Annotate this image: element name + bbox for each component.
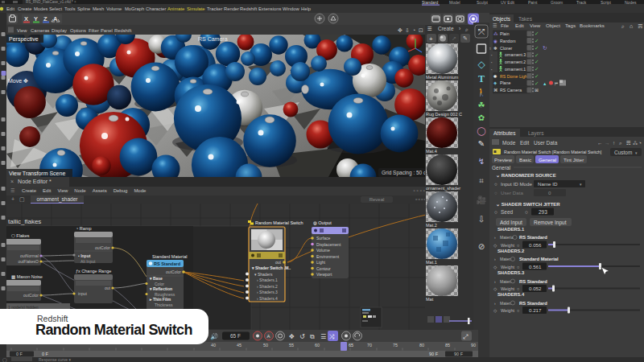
svg-text:ƒx Change Range: ƒx Change Range — [76, 269, 111, 274]
svg-text:Animate: Animate — [167, 6, 184, 11]
svg-text:90 F: 90 F — [454, 352, 464, 356]
svg-text:Mat.2: Mat.2 — [426, 223, 437, 228]
svg-text:☰: ☰ — [493, 23, 497, 28]
svg-text:✓: ✓ — [535, 80, 539, 86]
svg-text:45: 45 — [237, 343, 242, 348]
svg-text:Tools: Tools — [64, 6, 76, 11]
svg-text:Attributes: Attributes — [493, 130, 516, 136]
svg-text:▪: ▪ — [491, 60, 493, 64]
svg-text:65: 65 — [349, 343, 353, 348]
svg-text:› Shaders.4: › Shaders.4 — [257, 296, 278, 301]
svg-text:90: 90 — [471, 343, 476, 348]
svg-text:Edit: Edit — [520, 140, 529, 146]
svg-text:RS Camera: RS Camera — [500, 88, 522, 93]
svg-text:Bookmarks: Bookmarks — [580, 23, 605, 28]
svg-text:Input ID Mode: Input ID Mode — [501, 181, 532, 187]
svg-text:Displacement: Displacement — [316, 242, 341, 247]
svg-text:▾ Base: ▾ Base — [149, 276, 163, 281]
svg-text:◇: ◇ — [493, 265, 497, 269]
svg-text:Groom: Groom — [551, 0, 563, 5]
svg-text:Random: Random — [500, 39, 516, 43]
svg-text:☰: ☰ — [320, 333, 326, 340]
svg-text:+: + — [429, 35, 433, 43]
svg-text:○: ○ — [517, 243, 519, 248]
svg-text:◔ Ramp: ◔ Ramp — [76, 226, 92, 231]
svg-text:◍ Output: ◍ Output — [313, 220, 332, 225]
svg-text:Mat.1: Mat.1 — [426, 260, 437, 265]
svg-text:✿: ✿ — [478, 113, 485, 122]
svg-text:outColor: outColor — [95, 245, 110, 250]
svg-text:✓: ✓ — [535, 38, 539, 43]
svg-text:Help: Help — [301, 6, 311, 11]
svg-text:◇: ◇ — [493, 243, 497, 248]
svg-text:Create: Create — [438, 26, 454, 31]
svg-text:0: 0 — [548, 190, 551, 195]
svg-text:☴: ☴ — [638, 23, 642, 29]
svg-text:0.056: 0.056 — [529, 242, 542, 248]
svg-text:90 F: 90 F — [429, 352, 439, 356]
svg-text:▪: ▪ — [491, 68, 493, 72]
svg-text:70: 70 — [367, 343, 372, 348]
svg-text:✎: ✎ — [463, 35, 468, 41]
svg-text:›: › — [494, 257, 496, 261]
svg-text:Perspective: Perspective — [9, 36, 39, 43]
svg-text:Custom: Custom — [614, 150, 632, 155]
svg-text:outColor: outColor — [166, 269, 181, 274]
svg-text:Render: Render — [224, 6, 239, 11]
svg-text:55: 55 — [289, 343, 294, 348]
svg-text:↗: ↗ — [452, 35, 456, 41]
svg-text:Remove Input: Remove Input — [534, 220, 567, 226]
svg-text:Material: Material — [500, 235, 514, 240]
svg-text:Random Material Switch: Random Material Switch — [255, 220, 303, 225]
svg-text:RS Camera: RS Camera — [198, 36, 228, 42]
svg-text:Weight: Weight — [501, 308, 514, 313]
svg-text:out: out — [275, 260, 282, 265]
svg-text:› Shaders.3: › Shaders.3 — [257, 290, 278, 294]
svg-text:🎥: 🎥 — [477, 195, 487, 205]
svg-text:▾ Reflection: ▾ Reflection — [149, 286, 172, 291]
svg-text:Extensions: Extensions — [258, 6, 281, 11]
svg-text:75: 75 — [393, 343, 398, 348]
svg-text:Rug Design 002 C: Rug Design 002 C — [426, 112, 462, 117]
svg-text:⌗: ⌗ — [479, 176, 484, 185]
svg-text:SHADERS.1: SHADERS.1 — [497, 227, 525, 232]
svg-text:Select: Select — [49, 6, 63, 11]
svg-text:• Input: • Input — [78, 253, 91, 258]
svg-text:Options: Options — [70, 28, 86, 33]
svg-text:85: 85 — [445, 343, 450, 348]
svg-text:○: ○ — [517, 308, 519, 313]
svg-text:○: ○ — [525, 209, 528, 215]
svg-text:outColor: outColor — [23, 293, 39, 298]
svg-text:▲: ▲ — [543, 81, 547, 86]
svg-text:out: out — [105, 286, 111, 290]
svg-text:Light: Light — [316, 260, 325, 265]
svg-text:Roughness: Roughness — [155, 292, 175, 297]
svg-text:RS Dome Light: RS Dome Light — [500, 74, 529, 79]
svg-text:Standard Material: Standard Material — [152, 254, 187, 259]
svg-text:Standard: Standard — [422, 0, 439, 5]
svg-text:Tags: Tags — [565, 23, 576, 28]
svg-text:0.217: 0.217 — [529, 307, 542, 313]
svg-text:outFlakesO: outFlakesO — [18, 259, 39, 264]
svg-text:Environment: Environment — [316, 254, 340, 259]
svg-text:Mat: Mat — [426, 297, 434, 302]
svg-text:Filter: Filter — [89, 28, 99, 33]
svg-text:⧉: ⧉ — [310, 333, 315, 340]
svg-text:Track: Track — [576, 0, 587, 5]
svg-text:tallic_flakes: tallic_flakes — [8, 218, 41, 225]
svg-text:✻: ✻ — [493, 46, 497, 51]
svg-text:MoGraph: MoGraph — [125, 6, 144, 11]
svg-text:○: ○ — [494, 209, 497, 215]
svg-text:⌄ SHADER SWITCH JITTER: ⌄ SHADER SWITCH JITTER — [496, 202, 560, 207]
svg-text:Volume: Volume — [106, 6, 122, 11]
svg-text:☴: ☴ — [626, 140, 631, 146]
svg-text:input: input — [78, 291, 87, 296]
svg-text:◇: ◇ — [493, 286, 497, 291]
svg-text:Nodes: Nodes — [625, 0, 637, 5]
svg-text:⌕: ⌕ — [621, 23, 625, 29]
svg-text:General: General — [539, 157, 556, 162]
svg-text:◯: ◯ — [477, 126, 485, 136]
svg-text:General: General — [492, 165, 511, 171]
svg-text:Tracker: Tracker — [207, 6, 223, 11]
svg-text:Mode: Mode — [502, 140, 516, 146]
